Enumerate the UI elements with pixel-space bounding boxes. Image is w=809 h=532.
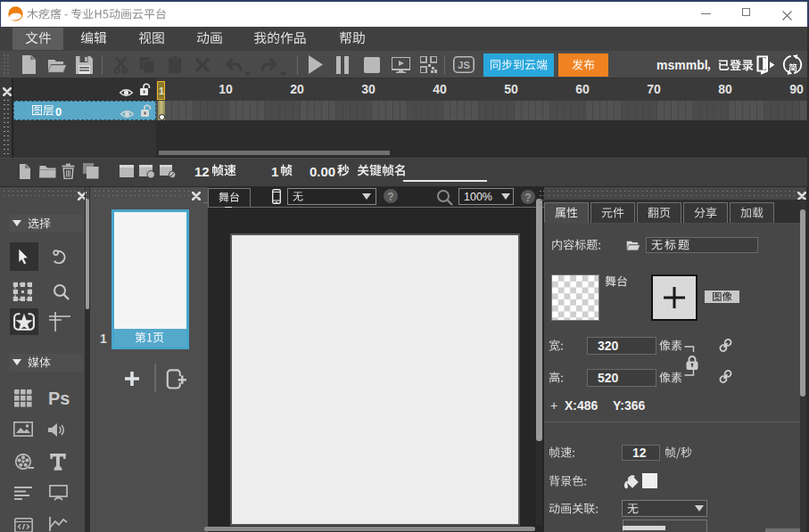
svg-text:?: ? xyxy=(387,191,393,203)
svg-text:JS: JS xyxy=(458,60,469,70)
svg-text:?: ? xyxy=(524,191,531,203)
